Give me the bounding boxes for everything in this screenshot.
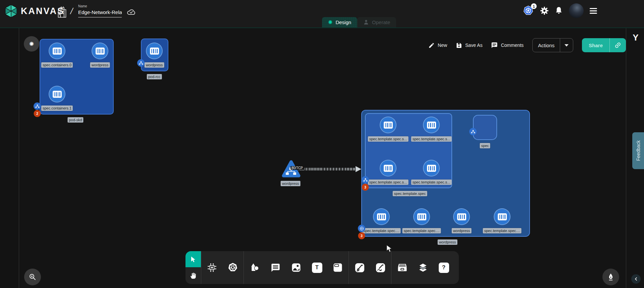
spec-type-badge[interactable]: [469, 128, 477, 135]
group-label: wordpress: [438, 239, 458, 245]
help-tool-button[interactable]: ?: [438, 262, 450, 274]
container-node[interactable]: [494, 208, 511, 225]
settings-gear-icon[interactable]: [540, 6, 549, 15]
container-node[interactable]: [146, 43, 163, 59]
actions-dropdown-toggle[interactable]: [560, 39, 573, 52]
organization-icon[interactable]: [57, 6, 67, 18]
question-mark-icon: ?: [439, 263, 449, 273]
kubernetes-tool-button[interactable]: [227, 262, 239, 274]
comments-label: Comments: [501, 43, 524, 48]
container-node[interactable]: [373, 208, 390, 225]
container-node[interactable]: [49, 43, 65, 59]
pod-type-badge[interactable]: [362, 176, 369, 184]
navigator-y-icon[interactable]: Y: [633, 32, 638, 43]
sticky-note-tool-button[interactable]: [332, 262, 344, 274]
pen-path-icon: [355, 263, 365, 273]
save-icon: [456, 42, 462, 49]
select-tool-button[interactable]: [185, 251, 201, 267]
tab-operate-label: Operate: [372, 19, 390, 25]
canvas-toolbar: T: [185, 251, 459, 284]
error-count-badge[interactable]: 3: [358, 232, 365, 239]
container-node[interactable]: [49, 86, 65, 102]
copy-link-button[interactable]: [609, 38, 626, 52]
container-node[interactable]: [413, 208, 430, 225]
tab-operate[interactable]: Operate: [357, 17, 396, 27]
magnifier-plus-icon: [29, 273, 37, 281]
gear-flower-icon: ✺: [29, 41, 34, 48]
layers-tool-button[interactable]: [417, 262, 429, 274]
container-icon: [457, 213, 466, 220]
context-count-badge: 1: [531, 3, 537, 9]
container-icon: [53, 91, 62, 98]
node-label: spec.template.spec.s...: [368, 179, 409, 185]
node-label: spec.template.spec.s...: [411, 179, 452, 185]
comment-tool-button[interactable]: [269, 262, 281, 274]
zoom-search-button[interactable]: [24, 269, 41, 285]
notifications-bell-icon[interactable]: [555, 6, 563, 15]
design-name-input[interactable]: [78, 8, 122, 17]
tab-design[interactable]: ✺ Design: [322, 17, 357, 27]
container-icon: [96, 48, 105, 55]
new-button[interactable]: New: [428, 42, 447, 49]
text-tool-button[interactable]: T: [311, 262, 323, 274]
actions-label: Actions: [533, 43, 560, 48]
service-node-wordpress[interactable]: [282, 159, 301, 180]
error-count-badge[interactable]: 2: [34, 110, 41, 117]
kanvas-logo[interactable]: KANVAS: [5, 4, 64, 18]
tab-design-label: Design: [335, 19, 351, 25]
component-tool-button[interactable]: [206, 262, 218, 274]
container-node[interactable]: [380, 117, 396, 133]
node-label: spec.template.spec....: [483, 228, 522, 233]
config-gear-node[interactable]: ✺: [24, 36, 39, 52]
container-node[interactable]: [423, 160, 440, 176]
pod-type-badge[interactable]: [34, 102, 41, 110]
save-as-button[interactable]: Save As: [456, 42, 482, 49]
breadcrumb: /: [69, 6, 74, 16]
comments-button[interactable]: Comments: [491, 42, 524, 49]
spec-node[interactable]: [473, 115, 497, 140]
link-icon: [612, 40, 623, 50]
user-avatar[interactable]: [569, 3, 584, 18]
node-label: spec.containers.0: [41, 62, 73, 68]
deployment-type-badge[interactable]: [358, 225, 365, 232]
actions-button[interactable]: Actions: [532, 38, 573, 52]
pen-nib-icon: [606, 273, 615, 281]
edge-service-to-deployment: [299, 168, 356, 170]
pod-type-badge[interactable]: [137, 59, 145, 67]
design-spiral-icon: ✺: [328, 19, 332, 25]
container-node[interactable]: [380, 160, 396, 176]
container-node[interactable]: [453, 208, 470, 225]
design-name-label: Name: [78, 4, 122, 8]
freehand-pencil-icon: [375, 263, 386, 273]
error-count-badge[interactable]: 3: [362, 184, 369, 191]
archive-tool-button[interactable]: [396, 262, 408, 274]
comment-bubble-icon: [271, 263, 280, 273]
container-icon: [427, 165, 436, 172]
container-node[interactable]: [92, 43, 108, 59]
sticky-note-icon: [333, 263, 343, 273]
share-button[interactable]: Share: [582, 38, 626, 52]
container-icon: [150, 48, 159, 55]
image-tool-button[interactable]: [290, 262, 302, 274]
shapes-tool-button[interactable]: [249, 262, 261, 274]
kubernetes-helm-icon: [227, 262, 238, 273]
pen-path-tool-button[interactable]: [354, 262, 366, 274]
chip-icon: [207, 263, 217, 273]
hand-icon: [190, 272, 197, 279]
container-icon: [53, 48, 62, 55]
group-label: pod-rcc: [147, 74, 162, 79]
feedback-tab[interactable]: Feedback: [632, 132, 644, 169]
pen-drop-button[interactable]: [602, 269, 619, 285]
pan-tool-button[interactable]: [185, 267, 201, 284]
text-T-icon: T: [312, 263, 322, 273]
hierarchy-icon: [139, 61, 143, 65]
top-app-bar: KANVAS / Name: [0, 0, 644, 28]
group-label: pod-skd: [67, 117, 83, 123]
container-node[interactable]: [423, 117, 440, 133]
freehand-draw-tool-button[interactable]: [374, 262, 386, 274]
node-label: wordpress: [90, 62, 110, 68]
kubernetes-context-switcher[interactable]: 1: [523, 5, 534, 16]
menu-hamburger-icon[interactable]: [590, 8, 597, 14]
collapse-right-dock-button[interactable]: [631, 274, 641, 284]
new-label: New: [438, 43, 447, 48]
